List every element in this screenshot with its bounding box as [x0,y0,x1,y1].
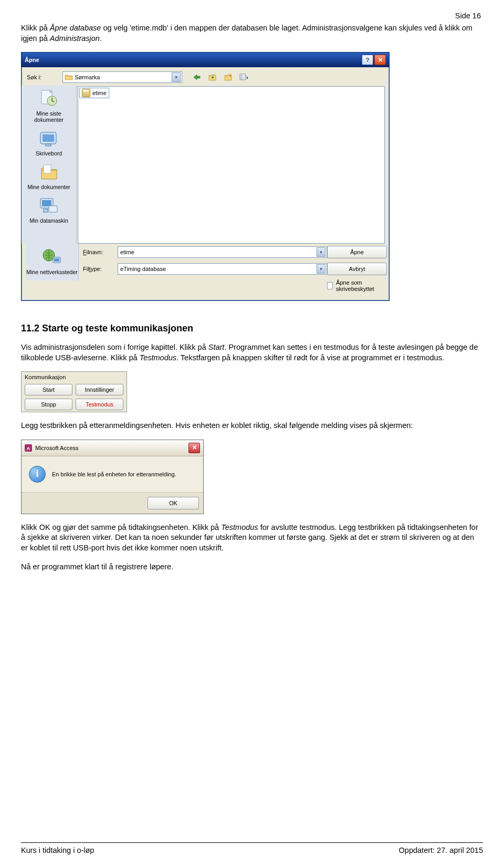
filetype-label: Filtype: [83,266,113,272]
svg-rect-7 [46,144,51,146]
up-folder-button[interactable] [206,71,219,83]
folder-name: Sørmarka [75,74,100,80]
back-button[interactable] [191,71,203,83]
text: . [100,34,102,43]
access-messagebox: A Microsoft Access ✕ i En brikke ble les… [21,440,204,514]
svg-text:A: A [27,445,30,451]
text: ilnavn: [87,249,103,255]
innstillinger-button[interactable]: Innstillinger [76,384,123,395]
filename-input[interactable]: etime ▼ [118,246,327,258]
svg-rect-10 [42,200,51,206]
paragraph-4: Klikk OK og gjør det samme på tidtakings… [21,523,483,554]
folder-icon [65,74,72,81]
svg-rect-12 [44,209,48,212]
paragraph-2: Vis administrasjonsdelen som i forrige k… [21,342,483,363]
italic-text: Testmodus [140,353,176,362]
italic-text: Åpne database [50,24,101,32]
testmodus-button[interactable]: Testmodus [76,399,123,410]
place-recent[interactable]: Mine siste dokumenter [25,88,73,123]
italic-text: Testmodus [221,523,258,531]
paragraph-3: Legg testbrikken på etteranmeldingsenhet… [21,421,483,431]
info-icon: i [29,466,46,483]
page-footer: Kurs i tidtaking i o-løp Oppdatert: 27. … [21,842,483,854]
close-button[interactable]: ✕ [374,55,386,65]
dialog-titlebar: Åpne ? ✕ [22,53,389,67]
open-button[interactable]: Åpne [327,246,387,258]
place-label: Skrivebord [25,150,73,156]
database-file-icon [82,89,90,97]
filetype-combo[interactable]: eTiming database ▼ [118,263,327,275]
dialog-title: Åpne [25,57,39,63]
filename-label: Filnavn: [83,249,113,255]
file-item[interactable]: etime [79,88,109,98]
messagebox-body: i En brikke ble lest på enheten for ette… [22,456,203,492]
my-computer-icon [37,195,60,216]
chevron-down-icon[interactable]: ▼ [172,72,181,82]
page-number: Side 16 [455,12,481,20]
place-label: Mine siste dokumenter [25,110,73,123]
file-list[interactable]: etime [78,86,385,244]
folder-combo[interactable]: Sørmarka ▼ [62,71,182,83]
filename-value: etime [120,249,134,255]
access-app-icon: A [25,444,32,452]
svg-rect-6 [43,134,54,142]
chevron-down-icon[interactable]: ▼ [317,264,326,274]
toolbar-icons [191,71,250,83]
panel-title: Kommunikasjon [22,372,127,382]
stopp-button[interactable]: Stopp [25,399,72,410]
start-button[interactable]: Start [25,384,72,395]
recent-documents-icon [37,88,60,109]
desktop-icon [37,128,60,149]
svg-rect-8 [44,165,51,173]
ok-button[interactable]: OK [148,497,199,509]
svg-rect-15 [54,258,59,262]
chevron-down-icon[interactable]: ▼ [317,247,326,257]
place-desktop[interactable]: Skrivebord [25,128,73,156]
section-heading: 11.2 Starte og teste kommunikasjonen [21,323,483,334]
text: Vis administrasjonsdelen som i forrige k… [21,343,208,351]
cancel-button[interactable]: Avbryt [327,263,387,275]
readonly-label: Åpne som skrivebeskyttet [336,279,385,292]
file-name: etime [92,90,107,96]
dialog-toolbar: Søk i: Sørmarka ▼ [22,67,389,85]
text: . Tekstfargen på knappen skifter til rød… [176,353,444,362]
text: Klikk OK og gjør det samme på tidtakings… [21,523,221,531]
new-folder-button[interactable] [222,71,235,83]
svg-rect-11 [49,206,57,212]
place-label: Mine nettverkssteder [26,269,77,275]
place-mydocs[interactable]: Mine dokumenter [25,162,73,190]
footer-right: Oppdatert: 27. april 2015 [399,846,483,854]
italic-text: Administrasjon [50,34,100,43]
messagebox-footer: OK [22,492,203,514]
my-documents-icon [37,162,60,183]
text: Søk i: [27,74,41,80]
kommunikasjon-panel: Kommunikasjon Start Innstillinger Stopp … [21,371,127,412]
readonly-checkbox[interactable] [327,282,333,289]
open-file-dialog: Åpne ? ✕ Søk i: Sørmarka ▼ [21,52,390,301]
paragraph-5: Nå er programmet klart til å registrere … [21,562,483,572]
network-places-icon [40,247,64,268]
messagebox-titlebar: A Microsoft Access ✕ [22,440,203,456]
readonly-row[interactable]: Åpne som skrivebeskyttet [327,279,385,292]
text: Klikk på [21,24,50,32]
messagebox-title: Microsoft Access [35,445,79,451]
filetype-value: eTiming database [120,266,166,272]
views-button[interactable] [238,71,250,83]
intro-paragraph: Klikk på Åpne database og velg 'etime.md… [21,23,483,44]
help-button[interactable]: ? [362,55,373,65]
place-label: Mine dokumenter [25,184,73,190]
place-network[interactable]: Mine nettverkssteder [26,244,79,280]
place-label: Min datamaskin [25,217,73,224]
messagebox-text: En brikke ble lest på enheten for ettera… [52,471,176,477]
italic-text: Start [208,343,225,351]
places-bar: Mine siste dokumenter Skrivebord Mine do… [22,85,77,244]
search-in-label: Søk i: [27,74,41,80]
place-computer[interactable]: Min datamaskin [25,195,73,224]
footer-left: Kurs i tidtaking i o-løp [21,846,94,854]
close-button[interactable]: ✕ [188,443,200,453]
svg-rect-2 [240,74,246,80]
dialog-form: Filnavn: etime ▼ Åpne Filtype: eTiming d… [83,244,385,296]
